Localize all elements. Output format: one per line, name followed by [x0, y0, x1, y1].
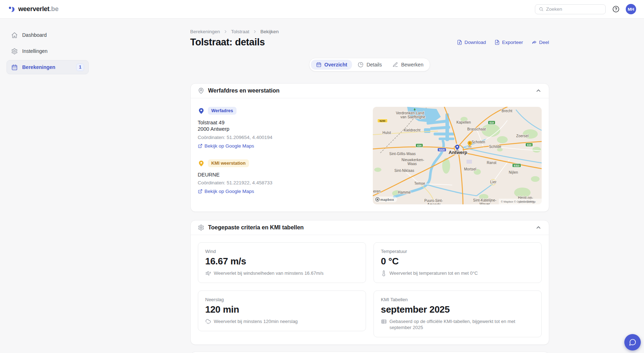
- site-marker-pin[interactable]: [455, 145, 459, 151]
- map-attribution[interactable]: © Mapbox © OpenStreetMap: [499, 199, 542, 204]
- svg-text:Hamme: Hamme: [397, 190, 410, 194]
- home-icon: [11, 32, 18, 39]
- search-input[interactable]: [546, 6, 602, 12]
- stat-label: Wind: [205, 249, 358, 254]
- calendar-icon: [11, 64, 18, 71]
- svg-text:E19: E19: [489, 121, 494, 124]
- mapbox-logo[interactable]: mapbox: [374, 197, 397, 202]
- svg-text:E34: E34: [417, 144, 421, 147]
- location-card: Werfafdres en weerstation Werfadres: [190, 83, 549, 212]
- table-icon: [381, 319, 387, 324]
- stat-description: Weerverlet bij temperaturen tot en met 0…: [390, 270, 478, 276]
- pencil-icon: [392, 62, 398, 68]
- share-button[interactable]: Deel: [532, 40, 549, 45]
- file-download-icon: [457, 40, 462, 45]
- sidebar-item-berekeningen[interactable]: Berekeningen 1: [6, 60, 89, 74]
- svg-text:Ranst: Ranst: [487, 161, 496, 165]
- rain-cloud-icon: [205, 319, 211, 324]
- svg-text:eren: eren: [373, 189, 381, 193]
- tab-details[interactable]: Details: [353, 60, 387, 70]
- sidebar-item-dashboard[interactable]: Dashboard: [6, 28, 89, 42]
- criteria-card: Toegepaste criteria en KMI tabellen Wind…: [190, 220, 549, 345]
- site-coordinates: Coördinaten: 51.209654, 4.400194: [198, 135, 362, 140]
- stat-label: KMI Tabellen: [381, 297, 534, 302]
- external-link-icon: [198, 189, 203, 194]
- svg-text:mapbox: mapbox: [380, 198, 394, 202]
- sidebar: Dashboard Instellingen Berekeningen 1: [0, 19, 95, 353]
- breadcrumb-tolstraat[interactable]: Tolstraat: [231, 29, 249, 34]
- collapse-chevron-icon[interactable]: [535, 224, 542, 231]
- gear-icon: [198, 224, 204, 231]
- tab-overzicht[interactable]: Overzicht: [311, 60, 352, 70]
- site-address: Tolstraat 49 2000 Antwerp: [198, 119, 362, 132]
- share-icon: [532, 40, 537, 45]
- station-badge: KMI weerstation: [208, 159, 249, 167]
- svg-text:Schoten: Schoten: [471, 140, 485, 144]
- sidebar-item-label: Instellingen: [22, 48, 48, 54]
- stat-value: 0 °C: [381, 256, 534, 267]
- site-google-maps-link[interactable]: Bekijk op Google Maps: [198, 143, 254, 149]
- breadcrumb-bekijken: Bekijken: [260, 29, 279, 34]
- calendar-icon: [316, 62, 322, 68]
- stat-value: 120 min: [205, 304, 358, 315]
- station-coordinates: Coördinaten: 51.221922, 4.458733: [198, 180, 362, 185]
- thermometer-icon: [381, 270, 387, 276]
- brand-logo[interactable]: weerverlet.be: [8, 5, 58, 13]
- wind-icon: [205, 270, 211, 276]
- stat-description: Weerverlet bij windsnelheden van minsten…: [214, 270, 324, 276]
- stat-description: Weerverlet bij minstens 120min neerslag: [214, 318, 298, 324]
- svg-text:Waas: Waas: [408, 162, 417, 166]
- topbar: weerverlet.be MH: [0, 0, 644, 19]
- external-link-icon: [198, 144, 203, 148]
- tab-bewerken[interactable]: Bewerken: [387, 60, 428, 70]
- map-urban-area: [467, 160, 472, 164]
- collapse-chevron-icon[interactable]: [535, 88, 542, 94]
- svg-text:Sint-Gillis-Waas: Sint-Gillis-Waas: [389, 152, 416, 156]
- card-title: Toegepaste criteria en KMI tabellen: [208, 224, 304, 231]
- station-name: DEURNE: [198, 172, 362, 178]
- help-circle-icon: [612, 5, 620, 13]
- svg-text:E34: E34: [527, 144, 531, 146]
- export-button[interactable]: Exporteer: [494, 40, 523, 45]
- stat-card-neerslag: Neerslag 120 min Weerverlet bij minstens…: [198, 290, 366, 331]
- download-button[interactable]: Download: [457, 40, 486, 45]
- svg-text:Zoersel: Zoersel: [516, 134, 528, 138]
- page-actions: Download Exporteer Deel: [457, 40, 549, 45]
- svg-text:Mortsel: Mortsel: [464, 167, 476, 171]
- help-button[interactable]: [611, 5, 620, 14]
- search-box[interactable]: [535, 4, 606, 14]
- station-marker-pin[interactable]: [467, 141, 472, 148]
- svg-text:N290: N290: [380, 120, 385, 122]
- breadcrumb-berekeningen[interactable]: Berekeningen: [190, 29, 220, 34]
- page-title: Tolstraat: details: [190, 37, 265, 48]
- chat-button[interactable]: [624, 334, 641, 350]
- gear-icon: [11, 48, 18, 55]
- breadcrumb-separator-icon: [253, 29, 257, 34]
- avatar[interactable]: MH: [626, 4, 636, 14]
- svg-text:Nieuwkerken-: Nieuwkerken-: [401, 158, 424, 162]
- svg-text:Sint-Katelijne-: Sint-Katelijne-: [473, 198, 496, 202]
- main-content: Berekeningen Tolstraat Bekijken Tolstraa…: [95, 19, 644, 353]
- stat-card-wind: Wind 16.67 m/s Weerverlet bij windsnelhe…: [198, 242, 366, 283]
- svg-text:Schilde: Schilde: [489, 145, 501, 149]
- stat-label: Temperatuur: [381, 249, 534, 254]
- sidebar-item-instellingen[interactable]: Instellingen: [6, 44, 89, 58]
- sidebar-item-label: Berekeningen: [22, 64, 55, 70]
- svg-text:Lier: Lier: [490, 180, 497, 184]
- stat-label: Neerslag: [205, 297, 358, 302]
- breadcrumb: Berekeningen Tolstraat Bekijken: [190, 29, 549, 34]
- station-google-maps-link[interactable]: Bekijk op Google Maps: [198, 189, 254, 194]
- svg-text:Sint-Niklaas: Sint-Niklaas: [394, 169, 414, 173]
- map[interactable]: Verdronken Land van Saeftinghe Hulst Kie…: [373, 107, 542, 204]
- map-pin-icon: [198, 88, 204, 94]
- stat-value: 16.67 m/s: [205, 256, 358, 267]
- search-icon: [539, 6, 543, 12]
- svg-text:N420: N420: [439, 149, 445, 151]
- svg-text:Nijlen: Nijlen: [508, 170, 518, 174]
- svg-text:Puurs-Sint-: Puurs-Sint-: [424, 199, 443, 203]
- count-badge: 1: [76, 64, 84, 71]
- stat-card-temperatuur: Temperatuur 0 °C Weerverlet bij temperat…: [374, 242, 542, 283]
- site-pin-icon: [198, 108, 205, 114]
- stat-card-kmi-tabellen: KMI Tabellen september 2025 Gebaseerd op…: [374, 290, 542, 337]
- svg-text:© Mapbox © OpenStreetMap: © Mapbox © OpenStreetMap: [501, 200, 536, 203]
